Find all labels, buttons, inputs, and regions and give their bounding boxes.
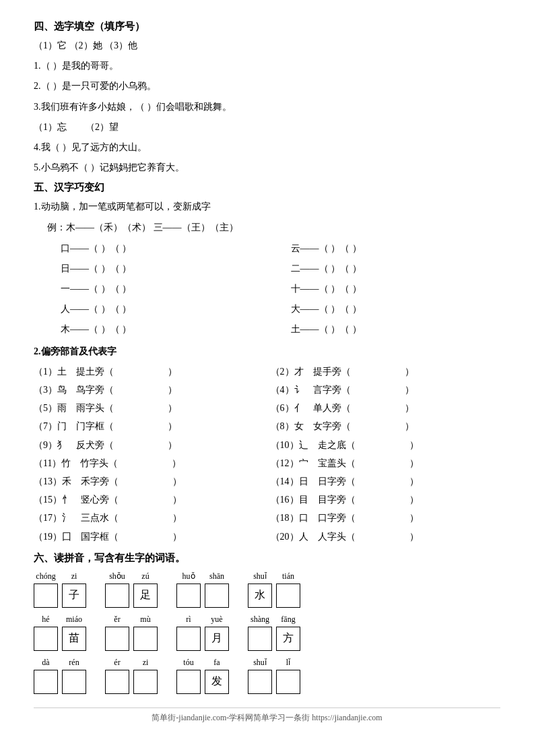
pinyin-group-shui2: shuǐ	[248, 658, 272, 694]
radical-4a: （7）门 门字框（）	[34, 418, 264, 435]
char-box-er2[interactable]	[105, 670, 129, 694]
pinyin-group-tian: tián	[276, 571, 300, 608]
transform-row-4b: 大——（ ）（ ）	[291, 300, 501, 319]
transform-row-3a: 一——（ ）（ ）	[61, 280, 271, 298]
transform-row-2a: 日——（ ）（ ）	[61, 259, 271, 278]
pinyin-group-zu: zú 足	[133, 571, 158, 608]
transform-row-5a: 木——（ ）（ ）	[61, 320, 271, 339]
pinyin-group-da: dà	[34, 658, 58, 694]
pinyin-group-tou: tóu	[176, 658, 201, 694]
radical-1a: （1）土 提土旁（）	[34, 363, 264, 380]
pinyin-row-1: chóng zi 子 shǒu zú 足 huǒ shān	[34, 571, 500, 608]
pinyin-group-yue: yuè 月	[205, 615, 229, 651]
footer: 简单街-jiandanjie.com-学科网简单学习一条街 https://ji…	[34, 707, 500, 724]
char-box-zi2[interactable]	[133, 670, 158, 694]
char-box-tou[interactable]	[176, 670, 201, 694]
char-box-shui2[interactable]	[248, 670, 272, 694]
section4-sub-options: （1）忘 （2）望	[34, 119, 500, 135]
pinyin-group-ri: rì	[176, 615, 201, 651]
char-box-shang[interactable]	[248, 627, 272, 651]
section4-line3: 3.我们班有许多小姑娘，（ ）们会唱歌和跳舞。	[34, 98, 500, 115]
char-box-zi1: 子	[62, 584, 86, 608]
sub2-label: 2.偏旁部首及代表字	[34, 343, 500, 360]
char-box-miao: 苗	[62, 627, 86, 651]
section4-line1: 1.（ ）是我的哥哥。	[34, 57, 500, 74]
pinyin-group-he: hé	[34, 615, 58, 651]
pinyin-group-miao: miáo 苗	[62, 615, 86, 651]
char-box-ri[interactable]	[176, 627, 201, 651]
section4-options: （1）它 （2）她 （3）他	[34, 37, 500, 54]
pinyin-group-fa: fa 发	[205, 658, 229, 694]
char-box-shui1: 水	[248, 584, 272, 608]
char-box-zu: 足	[133, 584, 158, 608]
radical-3a: （5）雨 雨字头（）	[34, 400, 264, 416]
radical-4b: （8）女 女字旁（）	[271, 418, 501, 435]
radical-2a: （3）鸟 鸟字旁（）	[34, 381, 264, 398]
radical-5b: （10）辶 走之底（）	[271, 437, 501, 453]
radical-6b: （12）宀 宝盖头（）	[271, 455, 501, 472]
char-box-tian[interactable]	[276, 584, 300, 608]
pinyin-group-shang: shàng	[248, 615, 272, 651]
char-box-ren[interactable]	[62, 670, 86, 694]
section4: 四、选字填空（填序号） （1）它 （2）她 （3）他 1.（ ）是我的哥哥。 2…	[34, 20, 500, 176]
pinyin-group-shou: shǒu	[105, 571, 129, 608]
transform-row-2b: 二——（ ）（ ）	[291, 259, 501, 278]
section6-title: 六、读拼音，写含有生字的词语。	[34, 552, 500, 565]
char-box-yue: 月	[205, 627, 229, 651]
pinyin-group-li: lǐ	[276, 658, 300, 694]
section4-line5: 5.小乌鸦不（ ）记妈妈把它养育大。	[34, 159, 500, 176]
char-box-fa: 发	[205, 670, 229, 694]
pinyin-group-chong: chóng	[34, 571, 58, 608]
pinyin-section: chóng zi 子 shǒu zú 足 huǒ shān	[34, 571, 500, 694]
radical-5a: （9）犭 反犬旁（）	[34, 437, 264, 453]
transform-row-4a: 人——（ ）（ ）	[61, 300, 271, 319]
radical-10a: （19）囗 国字框（）	[34, 528, 264, 545]
pinyin-row-2: hé miáo 苗 ěr mù rì yuè 月	[34, 615, 500, 651]
radical-8b: （16）目 目字旁（）	[271, 491, 501, 508]
transform-row-3b: 十——（ ）（ ）	[291, 280, 501, 298]
pinyin-group-huo: huǒ	[176, 571, 201, 608]
char-box-huo[interactable]	[176, 584, 201, 608]
pinyin-group-fang: fāng 方	[276, 615, 300, 651]
char-box-li[interactable]	[276, 670, 300, 694]
sub1-label: 1.动动脑，加一笔或两笔都可以，变新成字	[34, 198, 500, 215]
radical-1b: （2）才 提手旁（）	[271, 363, 501, 380]
radical-8a: （15）忄 竖心旁（）	[34, 491, 264, 508]
section4-title: 四、选字填空（填序号）	[34, 20, 500, 33]
char-box-shan[interactable]	[205, 584, 229, 608]
section5-sub1: 1.动动脑，加一笔或两笔都可以，变新成字 例：木——（禾）（术） 三——（王）（…	[34, 198, 500, 338]
pinyin-group-er2: ér	[105, 658, 129, 694]
transform-row-5b: 土——（ ）（ ）	[291, 320, 501, 339]
pinyin-group-zi: zi 子	[62, 571, 86, 608]
transform-row-1a: 口——（ ）（ ）	[61, 239, 271, 258]
char-box-mu[interactable]	[133, 627, 158, 651]
pinyin-group-shui1: shuǐ 水	[248, 571, 272, 608]
section4-line4: 4.我（ ）见了远方的大山。	[34, 139, 500, 156]
char-box-fang: 方	[276, 627, 300, 651]
radical-2b: （4）讠 言字旁（）	[271, 381, 501, 398]
char-box-shou[interactable]	[105, 584, 129, 608]
transform-row-1b: 云——（ ）（ ）	[291, 239, 501, 258]
section5-sub2: 2.偏旁部首及代表字 （1）土 提土旁（） （2）才 提手旁（） （3）鸟 鸟字…	[34, 343, 500, 545]
radical-7a: （13）禾 禾字旁（）	[34, 473, 264, 490]
pinyin-group-mu: mù	[133, 615, 158, 651]
section5: 五、汉字巧变幻 1.动动脑，加一笔或两笔都可以，变新成字 例：木——（禾）（术）…	[34, 181, 500, 544]
char-box-er1[interactable]	[105, 627, 129, 651]
char-box-chong[interactable]	[34, 584, 58, 608]
radical-9a: （17）氵 三点水（）	[34, 509, 264, 526]
radical-6a: （11）竹 竹字头（）	[34, 455, 264, 472]
section4-line2: 2.（ ）是一只可爱的小乌鸦。	[34, 77, 500, 94]
radical-3b: （6）亻 单人旁（）	[271, 400, 501, 416]
radical-grid: （1）土 提土旁（） （2）才 提手旁（） （3）鸟 鸟字旁（） （4）讠 言字…	[34, 363, 500, 545]
pinyin-group-ren: rén	[62, 658, 86, 694]
char-box-he[interactable]	[34, 627, 58, 651]
pinyin-group-shan: shān	[205, 571, 229, 608]
radical-10b: （20）人 人字头（）	[271, 528, 501, 545]
char-box-da[interactable]	[34, 670, 58, 694]
section6: 六、读拼音，写含有生字的词语。 chóng zi 子 shǒu zú 足	[34, 552, 500, 694]
radical-9b: （18）口 口字旁（）	[271, 509, 501, 526]
pinyin-group-zi2: zi	[133, 658, 158, 694]
pinyin-group-er1: ěr	[105, 615, 129, 651]
pinyin-row-3: dà rén ér zi tóu fa 发	[34, 658, 500, 694]
radical-7b: （14）日 日字旁（）	[271, 473, 501, 490]
